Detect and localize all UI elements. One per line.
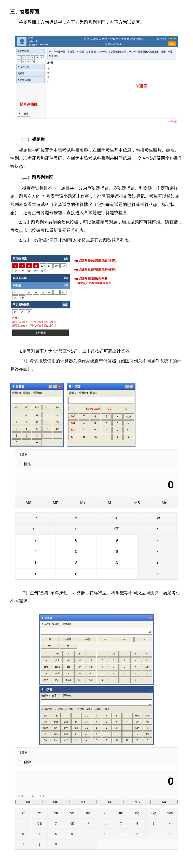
close-icon[interactable]: × xyxy=(58,385,62,389)
calc-key[interactable]: Xor xyxy=(143,719,152,724)
calc-key[interactable]: 5 xyxy=(56,546,96,557)
calc-key[interactable]: 1 xyxy=(113,829,129,839)
calc-key[interactable]: MR xyxy=(116,637,134,642)
calc-key[interactable]: 0 xyxy=(56,568,96,580)
calc-key[interactable]: C xyxy=(48,818,64,829)
calc-key[interactable]: CE xyxy=(108,651,119,657)
calc-key[interactable]: MC xyxy=(15,497,42,508)
radio-option[interactable]: ○八进制 xyxy=(65,707,73,711)
calc-key[interactable]: 10ˣ xyxy=(86,677,96,683)
calc-key[interactable]: MC xyxy=(81,713,91,718)
calc-key[interactable]: CE xyxy=(32,818,48,829)
radio-option[interactable]: ●角度 xyxy=(87,707,93,711)
calc-button-2[interactable]: 🖩 计算器 xyxy=(12,330,69,336)
calc-key[interactable]: x^2 xyxy=(61,737,71,743)
calc-key[interactable]: C xyxy=(119,651,130,657)
calc-key[interactable]: x³ xyxy=(74,671,85,677)
minimize-icon[interactable]: _ xyxy=(48,385,52,389)
calc-key[interactable]: tanh xyxy=(52,671,63,677)
calc-key[interactable]: π xyxy=(97,818,113,829)
calc-key[interactable]: M+ xyxy=(68,434,78,440)
calc-key[interactable]: 6 xyxy=(119,664,130,670)
calc-key[interactable]: 8 xyxy=(108,657,119,663)
calc-key[interactable]: x² xyxy=(97,512,137,524)
calc-key[interactable]: 8 xyxy=(56,535,96,546)
calc-key[interactable]: Exp xyxy=(145,808,161,818)
calc-key[interactable]: x² xyxy=(15,808,31,818)
calc-key[interactable]: * xyxy=(122,719,132,724)
calc-key[interactable] xyxy=(41,651,51,657)
calc-key[interactable]: * xyxy=(43,426,52,432)
calc-key[interactable]: 1/x xyxy=(142,664,152,670)
calc-key[interactable]: 1/x xyxy=(123,427,134,433)
calc-key[interactable]: 1 xyxy=(15,557,56,568)
calc-key[interactable]: 8 xyxy=(102,713,112,718)
calc-key[interactable]: 6 xyxy=(112,719,122,724)
calc-key[interactable]: sin xyxy=(48,808,64,818)
calc-key[interactable]: 4 xyxy=(12,426,21,432)
calc-key[interactable]: 3 xyxy=(119,671,130,677)
calc-key[interactable]: √ xyxy=(53,412,62,418)
menu-view[interactable]: 查看(V) xyxy=(12,391,21,394)
calc-key[interactable]: √ xyxy=(97,808,113,818)
calc-key[interactable]: Dat xyxy=(41,737,50,743)
close-icon[interactable]: × xyxy=(129,385,133,389)
calc-key[interactable]: 9 xyxy=(119,657,130,663)
calc-key[interactable]: ± xyxy=(43,412,52,418)
radio-option[interactable]: ○二进制 xyxy=(76,707,84,711)
calc-key[interactable]: 1 xyxy=(79,427,89,433)
calc-key[interactable]: 7 xyxy=(92,713,101,718)
calc-key[interactable]: Sta xyxy=(41,713,50,718)
calc-key[interactable]: M+ xyxy=(70,800,96,804)
calc-key[interactable]: % xyxy=(53,419,62,425)
calc-key[interactable]: 8 xyxy=(22,419,31,425)
calc-key[interactable]: 0 xyxy=(48,839,64,849)
calc-key[interactable]: 1 xyxy=(92,725,101,731)
calc-key[interactable]: log xyxy=(71,725,81,731)
calc-key[interactable]: = xyxy=(132,731,142,737)
calc-key[interactable]: 7 xyxy=(97,657,107,663)
calc-key[interactable]: MR xyxy=(81,719,91,724)
calc-key[interactable]: - xyxy=(80,829,96,839)
calc-key[interactable]: . xyxy=(97,568,137,580)
calc-key[interactable]: dms xyxy=(41,664,51,670)
calc-key[interactable]: 9 xyxy=(32,419,42,425)
radio-option[interactable]: ○梯度 xyxy=(104,707,110,711)
calc-key[interactable]: xʸ xyxy=(74,664,85,670)
maximize-icon[interactable]: □ xyxy=(53,385,57,389)
calc-key[interactable]: C xyxy=(112,737,122,743)
calc-key[interactable]: / xyxy=(112,413,123,420)
calc-key[interactable]: 2 xyxy=(90,427,100,433)
calc-key[interactable]: Not xyxy=(143,725,152,731)
calc-key[interactable]: MR xyxy=(22,405,31,410)
calc-key[interactable]: ln xyxy=(71,719,81,724)
calc-key[interactable]: MC xyxy=(12,405,21,410)
calc-key[interactable]: tan xyxy=(80,808,96,818)
calc-key[interactable]: 10ˣ xyxy=(113,808,129,818)
calc-key[interactable]: - xyxy=(130,671,141,677)
calc-key[interactable]: 3 xyxy=(101,427,112,433)
calc-key[interactable]: MC xyxy=(15,800,42,804)
calc-key[interactable]: F-E xyxy=(51,713,61,718)
calc-key[interactable]: MS xyxy=(68,427,78,433)
calc-key[interactable]: + xyxy=(122,731,132,737)
calc-key[interactable]: M▾ xyxy=(151,497,178,508)
calc-key[interactable]: 6 xyxy=(97,546,137,557)
calc-key[interactable]: 3 xyxy=(32,432,42,439)
calc-key[interactable]: ⌫ xyxy=(64,818,80,829)
qtype-indef[interactable]: 不定项选择题 xyxy=(16,77,45,83)
calc-key[interactable]: CE xyxy=(22,412,31,418)
calc-key[interactable]: 2 xyxy=(129,829,145,839)
calc-key[interactable]: ○梯度 xyxy=(78,637,96,642)
calc-key[interactable]: ³√x xyxy=(86,671,96,677)
calc-key[interactable]: cos xyxy=(63,664,74,670)
calc-key[interactable]: Backspace xyxy=(85,406,101,411)
calc-key[interactable]: 2 xyxy=(56,557,96,568)
calc-key[interactable]: ⌫ xyxy=(97,524,137,535)
calc-key[interactable]: cosh xyxy=(52,664,63,670)
calc-key[interactable]: . xyxy=(112,731,122,737)
calc-key[interactable]: n! xyxy=(71,731,81,737)
calc-key[interactable]: = xyxy=(142,671,152,677)
calc-key[interactable]: M- xyxy=(60,643,78,649)
calc-key[interactable]: F-E xyxy=(41,677,51,683)
